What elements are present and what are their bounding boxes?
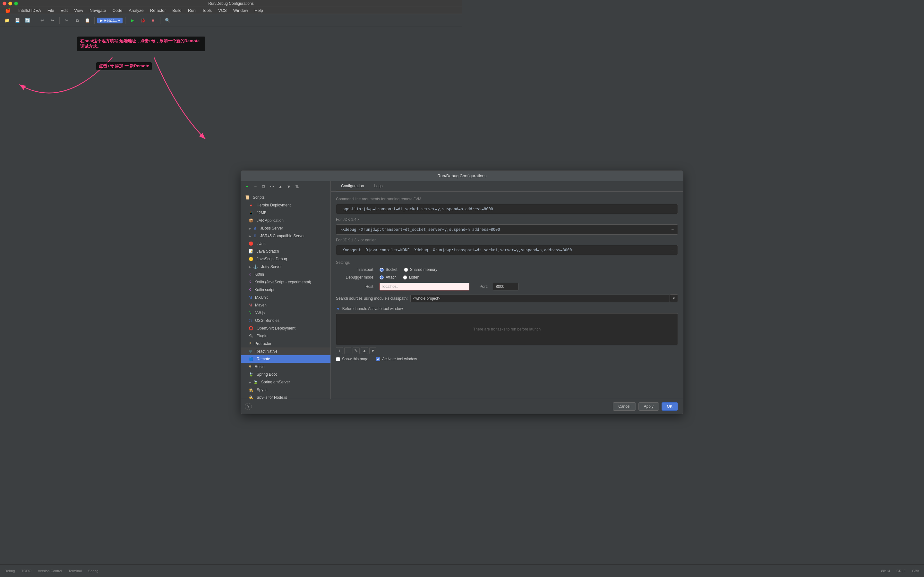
transport-sharedmem-radio[interactable] — [404, 268, 408, 272]
menu-navigate[interactable]: Navigate — [87, 7, 108, 14]
debugger-mode-label: Debugger mode: — [336, 275, 375, 279]
config-panel: Configuration Logs Command line argument… — [331, 181, 462, 288]
menu-window[interactable]: Window — [231, 7, 250, 14]
transport-row: Transport: Socket Shared memory — [336, 268, 462, 272]
sidebar-item-jboss[interactable]: ▶🖥JBoss Server — [241, 224, 330, 232]
menu-intellij[interactable]: IntelliJ IDEA — [16, 7, 44, 14]
label-jsr45: JSR45 Compatible Server — [260, 234, 305, 238]
label-kotlin: Kotlin — [254, 272, 264, 277]
icon-scripts: 📜 — [245, 195, 250, 200]
debugger-mode-radio-group: Attach Listen — [380, 275, 419, 279]
label-junit: JUnit — [257, 242, 265, 246]
sidebar-item-jsr45[interactable]: ▶🖥JSR45 Compatible Server — [241, 232, 330, 240]
menu-vcs[interactable]: VCS — [216, 7, 229, 14]
menu-code[interactable]: Code — [110, 7, 125, 14]
close-button[interactable] — [3, 2, 6, 5]
icon-jar: 📦 — [249, 218, 254, 223]
jvm-args-box: -agentlib:jdwp=transport=dt_socket,serve… — [336, 204, 462, 214]
settings-section: Settings Transport: Socket — [336, 260, 462, 288]
more-config-button[interactable]: ⋯ — [268, 183, 276, 190]
menu-tools[interactable]: Tools — [200, 7, 214, 14]
host-label: Host: — [336, 284, 375, 288]
move-up-button[interactable]: ▲ — [277, 183, 284, 190]
jdk13-value: -Xnoagent -Djava.compiler=NONE -Xdebug -… — [340, 248, 462, 252]
debugger-listen-label[interactable]: Listen — [403, 275, 419, 279]
sidebar-item-javascratch[interactable]: 📝Java Scratch — [241, 247, 330, 255]
transport-sharedmem-text: Shared memory — [410, 268, 437, 272]
dialog-body: + − ⧉ ⋯ ▲ ▼ ⇅ 📜Scripts🔺Heroku Deployment… — [241, 181, 462, 288]
sidebar-item-scripts[interactable]: 📜Scripts — [241, 193, 330, 201]
tab-configuration[interactable]: Configuration — [336, 181, 369, 191]
chevron-jsr45: ▶ — [249, 234, 251, 238]
debugger-listen-radio[interactable] — [403, 276, 407, 279]
menu-edit[interactable]: Edit — [58, 7, 70, 14]
menu-build[interactable]: Build — [170, 7, 184, 14]
icon-javascript: 🟡 — [249, 257, 254, 261]
transport-radio-group: Socket Shared memory — [380, 268, 437, 272]
label-kotlinscript: Kotlin script — [254, 287, 274, 288]
sidebar-item-kotlinscript[interactable]: KKotlin script — [241, 286, 330, 288]
label-javascript: JavaScript Debug — [257, 257, 287, 261]
copy-config-button[interactable]: ⧉ — [260, 183, 267, 190]
jvm-args-value: -agentlib:jdwp=transport=dt_socket,serve… — [340, 207, 462, 211]
label-j2me: J2ME — [257, 211, 267, 215]
sidebar-item-jar[interactable]: 📦JAR Application — [241, 217, 330, 224]
debugger-listen-text: Listen — [409, 275, 419, 279]
icon-jetty: ⚓ — [253, 264, 258, 269]
config-tabs: Configuration Logs — [331, 181, 462, 192]
sidebar-item-jetty[interactable]: ▶⚓Jetty Server — [241, 263, 330, 271]
icon-kotlin: K — [249, 272, 251, 277]
title-bar: Run/Debug Configurations — [0, 0, 462, 7]
remove-config-button[interactable]: − — [252, 183, 259, 190]
transport-socket-radio[interactable] — [380, 268, 384, 272]
icon-j2me: 📱 — [249, 211, 254, 215]
icon-heroku: 🔺 — [249, 203, 254, 207]
apple-menu[interactable]: 🍎 — [3, 7, 13, 14]
transport-socket-text: Socket — [386, 268, 397, 272]
transport-sharedmem-label[interactable]: Shared memory — [404, 268, 437, 272]
sidebar-item-javascript[interactable]: 🟡JavaScript Debug — [241, 255, 330, 263]
sidebar-item-junit[interactable]: 🔴JUnit — [241, 240, 330, 247]
sidebar-item-heroku[interactable]: 🔺Heroku Deployment — [241, 201, 330, 209]
maximize-button[interactable] — [14, 2, 18, 5]
window-title: Run/Debug Configurations — [208, 1, 254, 6]
menu-view[interactable]: View — [71, 7, 86, 14]
jdk14-box: -Xdebug -Xrunjdwp:transport=dt_socket,se… — [336, 224, 462, 235]
configurations-sidebar: + − ⧉ ⋯ ▲ ▼ ⇅ 📜Scripts🔺Heroku Deployment… — [241, 181, 331, 288]
traffic-lights[interactable] — [3, 2, 18, 5]
add-config-button[interactable]: + — [244, 183, 250, 190]
label-jar: JAR Application — [257, 218, 284, 223]
sort-button[interactable]: ⇅ — [294, 183, 300, 190]
tab-logs[interactable]: Logs — [369, 181, 388, 191]
run-debug-dialog: Run/Debug Configurations + − ⧉ ⋯ ▲ ▼ ⇅ 📜… — [241, 171, 462, 288]
jdk14-label: For JDK 1.4.x — [336, 218, 462, 222]
sidebar-item-j2me[interactable]: 📱J2ME — [241, 209, 330, 217]
transport-label: Transport: — [336, 268, 375, 272]
menu-file[interactable]: File — [45, 7, 57, 14]
host-port-row: Host: Port: — [336, 283, 462, 288]
icon-jsr45: 🖥 — [253, 234, 257, 238]
chevron-jetty: ▶ — [249, 265, 251, 269]
sidebar-toolbar: + − ⧉ ⋯ ▲ ▼ ⇅ — [241, 181, 330, 192]
debugger-attach-label[interactable]: Attach — [380, 275, 397, 279]
label-heroku: Heroku Deployment — [257, 203, 291, 207]
icon-jboss: 🖥 — [253, 226, 257, 230]
icon-kotlinscript: K — [249, 287, 251, 288]
sidebar-item-kotlinjs[interactable]: KKotlin (JavaScript - experimental) — [241, 278, 330, 286]
menu-refactor[interactable]: Refactor — [148, 7, 168, 14]
debugger-attach-radio[interactable] — [380, 276, 384, 279]
menu-analyze[interactable]: Analyze — [126, 7, 146, 14]
menu-run[interactable]: Run — [186, 7, 198, 14]
host-input[interactable] — [380, 283, 462, 288]
transport-socket-label[interactable]: Socket — [380, 268, 397, 272]
icon-junit: 🔴 — [249, 242, 254, 246]
jdk14-value: -Xdebug -Xrunjdwp:transport=dt_socket,se… — [340, 227, 462, 232]
move-down-button[interactable]: ▼ — [285, 183, 292, 190]
label-jboss: JBoss Server — [260, 226, 283, 230]
minimize-button[interactable] — [8, 2, 12, 5]
dialog-overlay: Run/Debug Configurations + − ⧉ ⋯ ▲ ▼ ⇅ 📜… — [0, 21, 462, 288]
sidebar-item-kotlin[interactable]: KKotlin — [241, 271, 330, 278]
label-javascratch: Java Scratch — [257, 249, 279, 253]
menu-help[interactable]: Help — [252, 7, 266, 14]
settings-label: Settings — [336, 260, 462, 265]
